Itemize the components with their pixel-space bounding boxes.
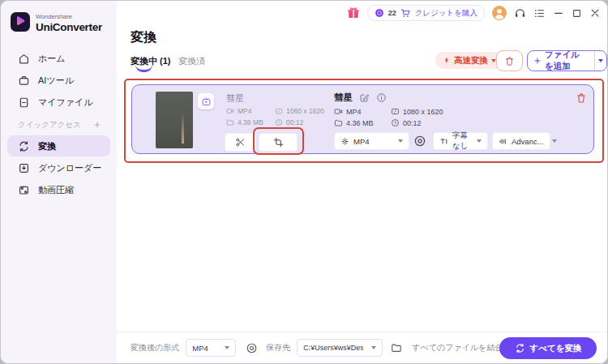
- account-avatar[interactable]: [492, 6, 507, 20]
- fast-convert-button[interactable]: 高速変換: [435, 52, 503, 69]
- format-settings-icon[interactable]: [246, 342, 258, 354]
- video-thumbnail[interactable]: [156, 92, 193, 148]
- add-files-label: ファイルを追加: [545, 49, 589, 72]
- downloader-icon: [18, 162, 30, 174]
- crop-button[interactable]: [259, 133, 298, 152]
- file-resolution-value: 1080 x 1620: [403, 108, 443, 116]
- sidebar-nav: ホーム AIツール マイファイル クイックアクセス 変換 ダウンローダー: [1, 48, 117, 201]
- sidebar-item-ai-tools[interactable]: AIツール: [1, 70, 117, 92]
- sidebar-item-label: ホーム: [38, 53, 66, 65]
- subtitle-tt-icon: [439, 137, 448, 146]
- crop-icon: [273, 137, 284, 148]
- folder-icon: [226, 118, 234, 126]
- compress-icon: [18, 184, 30, 196]
- sidebar-item-downloader[interactable]: ダウンローダー: [1, 157, 117, 179]
- chevron-down-icon: [371, 346, 376, 349]
- buy-credits-label: クレジットを購入: [415, 8, 477, 19]
- open-folder-icon[interactable]: [391, 342, 402, 353]
- hover-size: 4.36 MB: [226, 118, 263, 126]
- quick-access-section: クイックアクセス: [1, 116, 117, 134]
- save-path-dropdown[interactable]: C:¥Users¥ws¥Desktop¥: [297, 339, 383, 357]
- file-duration-value: 00:12: [403, 119, 422, 127]
- clock-icon: [275, 118, 283, 126]
- chevron-down-icon: [552, 139, 557, 143]
- active-tab-underline: [135, 65, 152, 72]
- chevron-down-icon: [598, 59, 603, 62]
- sidebar-item-convert[interactable]: 変換: [7, 135, 110, 156]
- minimize-icon[interactable]: [553, 7, 564, 19]
- sidebar-item-video-compress[interactable]: 動画圧縮: [1, 179, 117, 201]
- gear-icon: [340, 137, 349, 146]
- tab-converted[interactable]: 変換済: [178, 55, 205, 67]
- brand-maker: Wondershare: [36, 13, 102, 20]
- chevron-down-icon: [398, 139, 403, 143]
- resolution-icon: [275, 107, 283, 115]
- footer-format-value: MP4: [192, 344, 208, 353]
- credits-pill[interactable]: 22 クレジットを購入: [367, 5, 485, 21]
- output-format-value: MP4: [353, 137, 370, 146]
- subtitle-dropdown[interactable]: 字幕なし: [433, 132, 488, 150]
- merge-files-label: すべてのファイルを結合: [412, 342, 503, 353]
- file-size: 4.36 MB: [334, 118, 374, 127]
- file-icon: [18, 96, 30, 109]
- hover-format: MP4: [226, 107, 251, 115]
- add-files-main[interactable]: ファイルを追加: [528, 51, 594, 71]
- video-file-badge-icon: [198, 93, 214, 109]
- lightning-icon: [443, 56, 451, 65]
- file-resolution: 1080 x 1620: [391, 107, 443, 116]
- chevron-down-icon: [477, 139, 482, 143]
- hover-resolution: 1080 x 1620: [275, 107, 324, 115]
- video-format-icon: [226, 107, 234, 115]
- save-to-label: 保存先: [266, 342, 290, 353]
- sidebar: Wondershare UniConverter ホーム AIツール マイファイ…: [1, 1, 117, 363]
- file-size-value: 4.36 MB: [346, 119, 374, 127]
- trim-button[interactable]: [225, 133, 256, 152]
- hover-file-title: 彗星: [226, 92, 244, 105]
- fast-convert-label: 高速変換: [454, 55, 488, 66]
- page-title: 変換: [131, 29, 156, 46]
- gift-icon[interactable]: [347, 6, 360, 19]
- convert-icon: [18, 140, 30, 152]
- credits-count: 22: [388, 9, 396, 17]
- convert-all-label: すべてを変換: [530, 343, 582, 354]
- close-icon[interactable]: [589, 7, 601, 19]
- file-duration: 00:12: [391, 118, 422, 127]
- convert-all-button[interactable]: すべてを変換: [499, 337, 597, 359]
- add-files-button[interactable]: ファイルを追加: [527, 50, 607, 71]
- file-task-card: 彗星 MP4 1080 x 1620 4.36 MB 00:12 彗星: [131, 84, 594, 154]
- convert-icon: [515, 343, 525, 353]
- ai-tools-icon: [18, 75, 30, 87]
- advanced-dropdown[interactable]: Advanc...: [492, 132, 550, 150]
- rename-edit-icon[interactable]: [359, 92, 370, 103]
- add-files-dropdown[interactable]: [594, 51, 606, 71]
- home-icon: [18, 53, 30, 65]
- advanced-value: Advanc...: [512, 137, 544, 146]
- support-headset-icon[interactable]: [514, 7, 526, 19]
- trash-icon: [504, 56, 515, 66]
- save-path-value: C:¥Users¥ws¥Desktop¥: [303, 344, 363, 352]
- scissors-icon: [235, 137, 246, 148]
- sidebar-item-home[interactable]: ホーム: [1, 48, 117, 70]
- format-settings-icon[interactable]: [413, 135, 426, 148]
- hover-format-value: MP4: [238, 107, 251, 115]
- add-quick-access-icon[interactable]: [93, 121, 101, 129]
- resolution-icon: [391, 107, 400, 116]
- clear-list-trash-button[interactable]: [496, 50, 523, 71]
- app-window: Wondershare UniConverter ホーム AIツール マイファイ…: [0, 0, 608, 364]
- sidebar-item-label: 変換: [38, 140, 56, 152]
- maximize-icon[interactable]: [572, 8, 582, 19]
- brand-product: UniConverter: [36, 21, 102, 33]
- sidebar-item-my-files[interactable]: マイファイル: [1, 92, 117, 113]
- sidebar-item-label: マイファイル: [38, 96, 93, 109]
- output-format-dropdown[interactable]: MP4: [334, 132, 409, 150]
- footer-format-dropdown[interactable]: MP4: [186, 339, 236, 357]
- sidebar-item-label: ダウンローダー: [38, 162, 101, 174]
- delete-file-trash-icon[interactable]: [576, 92, 587, 104]
- app-logo: Wondershare UniConverter: [11, 12, 102, 33]
- menu-icon[interactable]: [533, 7, 546, 19]
- comet-streak: [182, 111, 184, 144]
- file-title: 彗星: [334, 92, 353, 104]
- titlebar: 22 クレジットを購入: [117, 1, 607, 25]
- output-format-label: 変換後の形式: [131, 342, 179, 353]
- info-icon[interactable]: [376, 92, 387, 103]
